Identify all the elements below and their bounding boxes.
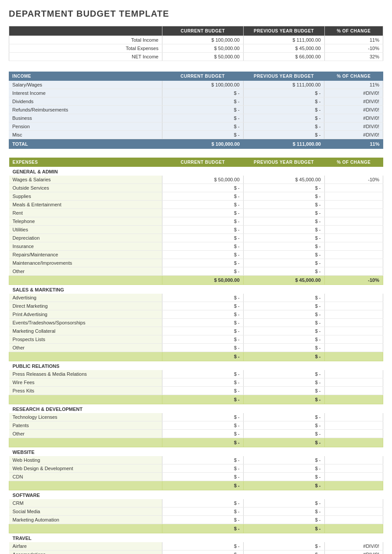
subtotal-current: $ - [162,395,244,404]
expense-row: Accomodations $ - $ - #DIV/0! [9,550,383,554]
income-row-change: #DIV/0! [324,89,383,97]
income-row-label: Misc [9,131,162,139]
expense-row: Press Kits $ - $ - [9,387,383,395]
expense-row-change [324,421,383,430]
expense-row-previous: $ - [243,259,324,267]
income-total-current: $ 100,000.00 [162,139,243,149]
expense-row-label: Supplies [9,192,162,201]
subsection-subtotal-3: $ - $ - [9,438,383,447]
expenses-label: EXPENSES [9,158,162,167]
income-table: INCOME CURRENT BUDGET PREVIOUS YEAR BUDG… [9,72,383,149]
subtotal-change [324,481,383,490]
subsection-label: GENERAL & ADMIN [9,167,383,176]
expense-row-label: Telephone [9,217,162,226]
expense-row-change [324,267,383,276]
expense-row-label: Insurance [9,242,162,251]
expense-row-label: Prospects Lists [9,335,162,344]
income-row-current: $ - [162,106,243,114]
income-row: Pension $ - $ - #DIV/0! [9,122,383,131]
expense-row: Web Hosting $ - $ - [9,456,383,464]
income-previous-header: PREVIOUS YEAR BUDGET [243,72,324,81]
summary-row-label: Total Expenses [9,44,162,53]
income-row-current: $ - [162,122,243,131]
expense-row-change [324,209,383,217]
expense-row-previous: $ - [243,209,324,217]
expense-row-label: Wages & Salaries [9,176,162,184]
summary-table: CURRENT BUDGET PREVIOUS YEAR BUDGET % OF… [9,26,383,61]
subsection-header-3: RESEARCH & DEVELOPMENT [9,404,383,414]
expense-row-change [324,302,383,310]
expense-row-change [324,430,383,438]
summary-empty-header [9,26,162,36]
expense-row-label: Accomodations [9,550,162,554]
subsection-subtotal-4: $ - $ - [9,481,383,490]
expense-row-previous: $ - [243,335,324,344]
summary-row-change: 32% [324,53,383,61]
expense-row: CRM $ - $ - [9,499,383,507]
subtotal-previous: $ - [243,438,324,447]
expense-row-change [324,387,383,395]
income-row-current: $ 100,000.00 [162,81,243,89]
expense-row-previous: $ - [243,327,324,335]
expense-row-previous: $ - [243,184,324,192]
expense-row-previous: $ - [243,421,324,430]
subsection-label: WEBSITE [9,447,383,457]
expense-row-current: $ - [162,516,244,524]
income-row-previous: $ 111,000.00 [243,81,324,89]
expense-row: Prospects Lists $ - $ - [9,335,383,344]
income-row-label: Refunds/Reimbursements [9,106,162,114]
expense-row-label: CDN [9,473,162,481]
summary-row-current: $ 100,000.00 [162,36,244,44]
expense-row-previous: $ 45,000.00 [243,176,324,184]
subtotal-current: $ - [162,481,244,490]
expense-row-current: $ - [162,192,244,201]
subtotal-label [9,352,162,361]
expense-row-label: Other [9,344,162,352]
expense-row-current: $ - [162,201,244,209]
expense-row-previous: $ - [243,217,324,226]
expense-row-change [324,413,383,421]
subtotal-change [324,352,383,361]
expense-row: CDN $ - $ - [9,473,383,481]
subtotal-label [9,395,162,404]
subsection-header-1: SALES & MARKETING [9,285,383,294]
subtotal-change [324,438,383,447]
expense-row: Other $ - $ - [9,267,383,276]
expense-row: Other $ - $ - [9,430,383,438]
expense-row-current: $ - [162,242,244,251]
expense-row-label: Press Kits [9,387,162,395]
expense-row-label: Events/Tradeshows/Sponsorships [9,319,162,327]
expense-row-current: $ - [162,259,244,267]
income-row-change: #DIV/0! [324,97,383,106]
income-row-previous: $ - [243,106,324,114]
expense-row-previous: $ - [243,294,324,302]
expense-row-change [324,370,383,378]
expense-row: Telephone $ - $ - [9,217,383,226]
income-row-change: #DIV/0! [324,131,383,139]
expenses-previous-header: PREVIOUS YEAR BUDGET [243,158,324,167]
expense-row-change [324,251,383,259]
income-total-label: TOTAL [9,139,162,149]
subsection-subtotal-0: $ 50,000.00 $ 45,000.00 -10% [9,276,383,285]
expense-row-current: $ - [162,267,244,276]
subtotal-change [324,395,383,404]
expense-row: Print Advertising $ - $ - [9,310,383,319]
expense-row-change [324,464,383,473]
expense-row: Direct Marketing $ - $ - [9,302,383,310]
subsection-label: SALES & MARKETING [9,285,383,294]
expense-row-label: Print Advertising [9,310,162,319]
expense-row-change [324,319,383,327]
expense-row-previous: $ - [243,370,324,378]
summary-row-label: Total Income [9,36,162,44]
expense-row: Maintenance/Improvements $ - $ - [9,259,383,267]
subtotal-previous: $ - [243,352,324,361]
expense-row-current: $ - [162,499,244,507]
expense-row-change [324,184,383,192]
expense-row-label: Direct Marketing [9,302,162,310]
subsection-header-4: WEBSITE [9,447,383,457]
expense-row-label: Outside Services [9,184,162,192]
expense-row-change [324,217,383,226]
income-row-current: $ - [162,131,243,139]
income-current-header: CURRENT BUDGET [162,72,243,81]
subsection-label: SOFTWARE [9,490,383,500]
